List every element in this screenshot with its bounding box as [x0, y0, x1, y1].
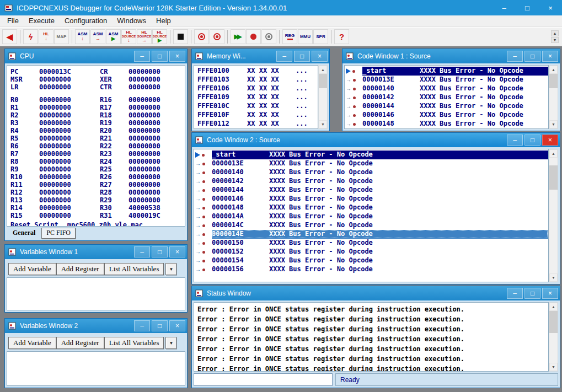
code-gutter[interactable]: [194, 267, 212, 272]
code-gutter[interactable]: [345, 95, 362, 100]
code-gutter[interactable]: [194, 170, 212, 175]
code-line[interactable]: 00000142 XXXX Bus Error - No Opcode: [345, 93, 548, 102]
scroll-down-button[interactable]: [319, 120, 327, 128]
close-button[interactable]: ×: [312, 51, 328, 62]
maximize-button[interactable]: □: [524, 51, 540, 62]
app-titlebar[interactable]: ICDPPCNEXUS Debugger for CodeWarrior 128…: [0, 0, 562, 15]
scroll-down-button[interactable]: [549, 363, 558, 371]
cpu-tab[interactable]: General: [8, 228, 40, 238]
code-gutter[interactable]: [345, 104, 362, 109]
close-button[interactable]: ×: [542, 51, 558, 62]
code-line[interactable]: 00000144 XXXX Bus Error - No Opcode: [345, 102, 548, 111]
maximize-button[interactable]: □: [152, 320, 168, 331]
code-gutter[interactable]: [194, 214, 212, 219]
record-button[interactable]: [246, 29, 261, 44]
halt-target-button[interactable]: [261, 29, 276, 44]
code-line[interactable]: 00000144 XXXX Bus Error - No Opcode: [194, 186, 548, 195]
maximize-button[interactable]: □: [524, 288, 540, 299]
mmu-window-button[interactable]: MMU: [298, 29, 313, 44]
code-line[interactable]: 00000154 XXXX Bus Error - No Opcode: [194, 256, 548, 265]
reset-script-value[interactable]: mpc5600_z0h_vle.mac: [67, 221, 143, 227]
memory-row[interactable]: FFFE010F XX XX XX ...: [197, 111, 318, 120]
code-window-2-titlebar[interactable]: Code Window 2 : Source – □ ×: [192, 133, 560, 147]
scroll-thumb[interactable]: [549, 74, 558, 88]
scroll-up-button[interactable]: [549, 303, 558, 311]
code-gutter[interactable]: [194, 258, 212, 264]
maximize-button[interactable]: □: [152, 51, 168, 62]
code-gutter[interactable]: [345, 121, 362, 127]
memory-window-titlebar[interactable]: Memory Wi... – □ ×: [192, 49, 329, 63]
code-line[interactable]: 00000140 XXXX Bus Error - No Opcode: [194, 168, 548, 177]
scroll-up-button[interactable]: [549, 149, 558, 158]
minimize-button[interactable]: –: [507, 51, 523, 62]
variables-window-2-titlebar[interactable]: Variables Window 2 – □ ×: [5, 319, 187, 333]
code-line[interactable]: 00000146 XXXX Bus Error - No Opcode: [194, 195, 548, 203]
minimize-button[interactable]: –: [134, 246, 150, 257]
minimize-button[interactable]: –: [493, 0, 516, 15]
memory-row[interactable]: FFFE0109 XX XX XX ...: [197, 93, 318, 102]
close-button[interactable]: ×: [542, 135, 558, 146]
close-button[interactable]: ×: [542, 288, 558, 299]
minimize-button[interactable]: –: [276, 51, 292, 62]
map-button[interactable]: MAP: [54, 29, 69, 44]
dropdown-arrow-button[interactable]: [165, 263, 176, 275]
code-line[interactable]: 00000156 XXXX Bus Error - No Opcode: [194, 265, 548, 274]
close-button[interactable]: ×: [169, 320, 185, 331]
memory-row[interactable]: FFFE0112 XX XX XX ...: [197, 120, 318, 128]
target-reset-button[interactable]: [194, 29, 209, 44]
code-gutter[interactable]: [194, 161, 212, 167]
code-gutter[interactable]: [194, 152, 212, 158]
scroll-up-button[interactable]: [549, 66, 558, 74]
variables-toolbar-button[interactable]: Add Register: [56, 263, 104, 275]
variables-toolbar-button[interactable]: Add Variable: [8, 263, 56, 275]
code-line[interactable]: 00000152 XXXX Bus Error - No Opcode: [194, 248, 548, 256]
code-gutter[interactable]: [194, 232, 212, 237]
go-button[interactable]: ▶▶: [231, 29, 245, 44]
code-line[interactable]: 00000148 XXXX Bus Error - No Opcode: [194, 203, 548, 212]
vertical-scrollbar[interactable]: [318, 65, 328, 129]
memory-row[interactable]: FFFE0106 XX XX XX ...: [197, 84, 318, 93]
code-line[interactable]: _start XXXX Bus Error - No Opcode: [194, 151, 548, 159]
close-button[interactable]: ×: [169, 51, 185, 62]
variables-window-1-titlebar[interactable]: Variables Window 1 – □ ×: [5, 245, 187, 259]
flash-load-button[interactable]: ϟ: [23, 29, 38, 44]
code-line[interactable]: 00000148 XXXX Bus Error - No Opcode: [345, 120, 548, 128]
chevron-down-icon[interactable]: [551, 37, 559, 43]
vertical-scrollbar[interactable]: [549, 65, 558, 129]
hl-load-button[interactable]: HL: [39, 29, 53, 44]
target-sync-button[interactable]: [210, 29, 224, 44]
menu-item[interactable]: Windows: [112, 15, 151, 26]
variables-list[interactable]: [7, 351, 185, 386]
scroll-thumb[interactable]: [549, 311, 558, 333]
minimize-button[interactable]: –: [507, 288, 523, 299]
hll-step-into-button[interactable]: HLSOURCE: [121, 29, 136, 44]
code-gutter[interactable]: [194, 187, 212, 193]
maximize-button[interactable]: □: [152, 246, 168, 257]
code-gutter[interactable]: [345, 68, 362, 74]
command-input[interactable]: [194, 373, 333, 386]
code-gutter[interactable]: [194, 205, 212, 211]
cpu-tab[interactable]: PC FIFO: [41, 228, 76, 239]
code-line[interactable]: 0000013E XXXX Bus Error - No Opcode: [345, 76, 548, 84]
help-button[interactable]: ?: [334, 29, 349, 44]
code-line[interactable]: 00000140 XXXX Bus Error - No Opcode: [345, 84, 548, 93]
memory-row[interactable]: FFFE0100 XX XX XX ...: [197, 67, 318, 76]
variables-list[interactable]: [7, 277, 185, 310]
asm-go-button[interactable]: ASM: [106, 29, 121, 44]
code-gutter[interactable]: [345, 112, 362, 118]
code-line[interactable]: 0000014E XXXX Bus Error - No Opcode: [194, 230, 548, 239]
close-button[interactable]: ×: [539, 0, 562, 15]
variables-toolbar-button[interactable]: List All Variables: [104, 263, 164, 275]
maximize-button[interactable]: □: [524, 135, 540, 146]
memory-row[interactable]: FFFE010C XX XX XX ...: [197, 102, 318, 111]
back-button[interactable]: ◀: [2, 29, 17, 44]
code-gutter[interactable]: [194, 223, 212, 228]
code-gutter[interactable]: [194, 179, 212, 184]
code-gutter[interactable]: [194, 240, 212, 246]
dropdown-arrow-button[interactable]: [165, 337, 176, 349]
code-line[interactable]: _start XXXX Bus Error - No Opcode: [345, 67, 548, 76]
registers-window-button[interactable]: REG: [282, 29, 297, 44]
scroll-down-button[interactable]: [549, 273, 558, 282]
vertical-scrollbar[interactable]: [549, 149, 558, 282]
code-gutter[interactable]: [345, 77, 362, 83]
